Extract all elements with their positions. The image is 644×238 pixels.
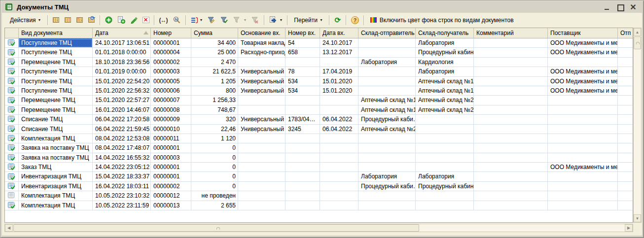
cell-cutoff[interactable] [618, 143, 633, 153]
cell-sum[interactable]: 22,46 [191, 125, 238, 134]
cell-in_date[interactable] [320, 182, 358, 191]
cell-basis[interactable]: Универсальный … [238, 86, 286, 96]
cell-supplier[interactable] [548, 58, 618, 67]
cell-comment[interactable] [474, 77, 548, 86]
cell-supplier[interactable] [548, 125, 618, 134]
cell-in_date[interactable] [320, 201, 358, 210]
cell-basis[interactable] [238, 172, 286, 181]
journal-movements-button[interactable]: ↑↓ [74, 15, 85, 26]
row-status-cell[interactable] [5, 153, 19, 163]
cell-sum[interactable]: 2 655 [191, 201, 238, 210]
cell-sum[interactable]: 21 622,5 [191, 67, 238, 76]
row-status-cell[interactable] [5, 77, 19, 86]
cell-date[interactable]: 06.04.2022 17:20:58 [93, 115, 151, 124]
cell-warehouse_from[interactable]: Лаборатория [358, 58, 416, 67]
vertical-scrollbar[interactable]: ▲ ▼ [633, 28, 642, 223]
cell-warehouse_to[interactable] [416, 134, 474, 143]
cell-doc_type[interactable]: Поступление ТМЦ [19, 48, 93, 57]
cell-number[interactable]: 00000009 [151, 115, 191, 124]
cell-in_date[interactable] [320, 191, 358, 201]
scroll-right-icon[interactable]: ▶ [625, 224, 633, 232]
cell-doc_type[interactable]: Поступление ТМЦ [19, 86, 93, 96]
cell-number[interactable]: 00000003 [151, 153, 191, 163]
cell-warehouse_to[interactable] [416, 115, 474, 124]
row-status-cell[interactable] [5, 48, 19, 57]
cell-date[interactable]: 14.04.2022 23:05:12 [93, 163, 151, 172]
cell-in_date[interactable] [320, 163, 358, 172]
cell-in_number[interactable]: 54 [286, 38, 320, 48]
cell-in_date[interactable]: 15.01.2020 [320, 86, 358, 96]
cell-cutoff[interactable] [618, 86, 633, 96]
cell-in_number[interactable] [286, 105, 320, 115]
cell-in_number[interactable]: 78 [286, 67, 320, 76]
cell-date[interactable]: 24.10.2017 13:06:51 [93, 38, 151, 48]
table-row[interactable]: Перемещение ТМЦ18.10.2018 23:36:56000000… [5, 58, 633, 67]
cell-in_date[interactable]: 15.01.2020 [320, 77, 358, 86]
cell-supplier[interactable] [548, 105, 618, 115]
filter-history-button[interactable]: ▼ [231, 15, 249, 26]
row-status-cell[interactable] [5, 96, 19, 105]
cell-supplier[interactable] [548, 96, 618, 105]
cell-comment[interactable] [474, 201, 548, 210]
cell-sum[interactable]: 0 [191, 163, 238, 172]
cell-warehouse_from[interactable]: Лаборатория [358, 172, 416, 181]
cell-comment[interactable] [474, 134, 548, 143]
cell-date[interactable]: 01.01.2019 0:00:00 [93, 67, 151, 76]
cell-in_number[interactable] [286, 143, 320, 153]
table-row[interactable]: Комплектация ТМЦ08.04.2022 12:53:0800000… [5, 134, 633, 143]
cell-cutoff[interactable] [618, 201, 633, 210]
column-header-warehouse_to[interactable]: Склад-получатель [416, 28, 474, 38]
cell-supplier[interactable]: ООО Медикаменты и мед… [548, 77, 618, 86]
cell-warehouse_from[interactable] [358, 86, 416, 96]
cell-cutoff[interactable] [618, 163, 633, 172]
cell-doc_type[interactable]: Поступление ТМЦ [19, 38, 93, 48]
cell-cutoff[interactable] [618, 134, 633, 143]
scroll-left-icon[interactable]: ◀ [5, 224, 13, 232]
cell-doc_type[interactable]: Комплектация ТМЦ [19, 201, 93, 210]
actions-menu-button[interactable]: Действия ▼ [6, 15, 45, 26]
table-row[interactable]: Комплектация ТМЦ10.05.2022 23:11:5900000… [5, 201, 633, 210]
cell-warehouse_from[interactable] [358, 77, 416, 86]
cell-number[interactable]: 00000005 [151, 77, 191, 86]
cell-in_date[interactable] [320, 96, 358, 105]
cell-warehouse_to[interactable] [416, 163, 474, 172]
cell-cutoff[interactable] [618, 172, 633, 181]
row-status-cell[interactable] [5, 115, 19, 124]
cell-doc_type[interactable]: Перемещение ТМЦ [19, 105, 93, 115]
cell-in_number[interactable] [286, 172, 320, 181]
cell-supplier[interactable]: ООО Медикаменты и мед… [548, 48, 618, 57]
cell-sum[interactable]: 1 205 [191, 77, 238, 86]
cell-warehouse_to[interactable]: Процедурный кабин… [416, 48, 474, 57]
column-header-doc_type[interactable]: Вид документа [19, 28, 93, 38]
cell-warehouse_to[interactable] [416, 201, 474, 210]
cell-doc_type[interactable]: Комплектация ТМЦ [19, 134, 93, 143]
table-row[interactable]: Заявка на поставку ТМЦ08.04.2022 17:48:0… [5, 143, 633, 153]
cell-date[interactable]: 01.01.2018 0:00:00 [93, 48, 151, 57]
row-status-cell[interactable] [5, 143, 19, 153]
cell-number[interactable]: 00000002 [151, 182, 191, 191]
title-bar[interactable]: Документы ТМЦ ✕ [1, 1, 643, 13]
close-button[interactable]: ✕ [630, 4, 637, 10]
row-status-cell[interactable] [5, 172, 19, 181]
cell-number[interactable]: 00000004 [151, 48, 191, 57]
cell-number[interactable]: 00000007 [151, 96, 191, 105]
cell-date[interactable]: 16.01.2020 14:46:07 [93, 105, 151, 115]
cell-supplier[interactable] [548, 182, 618, 191]
cell-in_date[interactable] [320, 172, 358, 181]
cell-date[interactable]: 14.04.2022 16:55:32 [93, 153, 151, 163]
cell-supplier[interactable] [548, 172, 618, 181]
cell-basis[interactable] [238, 105, 286, 115]
refresh-button[interactable]: ⟳ [332, 15, 343, 26]
cell-number[interactable]: 00000003 [151, 67, 191, 76]
cell-comment[interactable] [474, 96, 548, 105]
delete-button[interactable]: ✕ [141, 15, 151, 26]
cell-warehouse_to[interactable]: Процедурный кабин… [416, 182, 474, 191]
cell-warehouse_to[interactable]: Аптечный склад №2 [416, 96, 474, 105]
column-header-comment[interactable]: Комментарий [474, 28, 548, 38]
cell-comment[interactable] [474, 143, 548, 153]
cell-in_date[interactable]: 06.04.2022 [320, 125, 358, 134]
cell-in_number[interactable]: 1783/04… [286, 115, 320, 124]
cell-warehouse_from[interactable] [358, 163, 416, 172]
table-row[interactable]: Перемещение ТМЦ15.01.2020 22:57:27000000… [5, 96, 633, 105]
cell-cutoff[interactable] [618, 191, 633, 201]
